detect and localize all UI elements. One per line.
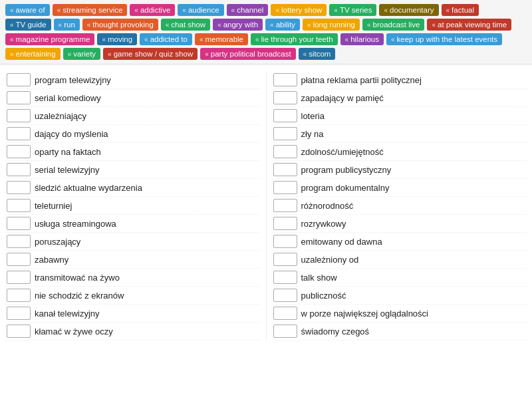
tag-12[interactable]: chat show xyxy=(161,19,210,31)
left-match-text-13: kanał telewizyjny xyxy=(35,309,100,319)
tag-14[interactable]: ability xyxy=(265,19,300,31)
tag-28[interactable]: party political broadcast xyxy=(200,48,295,60)
tag-2[interactable]: addictive xyxy=(130,4,175,16)
left-answer-box-4[interactable] xyxy=(7,145,31,158)
tag-5[interactable]: lottery show xyxy=(271,4,327,16)
right-match-text-11: talk show xyxy=(301,273,337,283)
right-answer-box-8[interactable] xyxy=(273,217,297,230)
right-match-row: publiczność xyxy=(272,287,527,305)
right-match-row: program dokumentalny xyxy=(272,179,527,197)
right-match-row: zapadający w pamięć xyxy=(272,89,527,107)
left-match-text-0: program telewizyjny xyxy=(35,75,111,85)
right-match-text-3: zły na xyxy=(301,129,324,139)
right-answer-box-3[interactable] xyxy=(273,127,297,140)
right-match-text-1: zapadający w pamięć xyxy=(301,93,384,103)
tag-9[interactable]: TV guide xyxy=(5,19,51,31)
left-answer-box-0[interactable] xyxy=(7,73,31,86)
right-match-row: loteria xyxy=(272,107,527,125)
left-match-text-10: zabawny xyxy=(35,255,68,265)
right-match-row: płatna reklama partii politycznej xyxy=(272,71,527,89)
left-answer-box-13[interactable] xyxy=(7,307,31,320)
right-answer-box-5[interactable] xyxy=(273,163,297,176)
right-match-row: w porze największej oglądalności xyxy=(272,305,527,323)
tag-20[interactable]: addicted to xyxy=(140,33,192,45)
tag-16[interactable]: broadcast live xyxy=(362,19,425,31)
tag-29[interactable]: sitcom xyxy=(299,48,336,60)
left-match-row: zabawny xyxy=(5,251,261,269)
left-match-row: serial komediowy xyxy=(5,89,261,107)
tag-11[interactable]: thought provoking xyxy=(82,19,158,31)
tag-25[interactable]: entertaining xyxy=(5,48,61,60)
left-match-row: nie schodzić z ekranów xyxy=(5,287,261,305)
left-answer-box-14[interactable] xyxy=(7,325,31,338)
right-match-row: zły na xyxy=(272,125,527,143)
left-match-text-1: serial komediowy xyxy=(35,93,101,103)
tag-6[interactable]: TV series xyxy=(329,4,376,16)
right-match-text-8: rozrywkowy xyxy=(301,219,346,229)
tag-18[interactable]: magazine programme xyxy=(5,33,94,45)
left-match-row: usługa streamingowa xyxy=(5,215,261,233)
left-match-text-4: oparty na faktach xyxy=(35,147,101,157)
tag-24[interactable]: keep up with the latest events xyxy=(386,33,502,45)
right-match-row: uzależniony od xyxy=(272,251,527,269)
left-match-text-12: nie schodzić z ekranów xyxy=(35,291,124,301)
left-answer-box-11[interactable] xyxy=(7,271,31,284)
left-match-text-5: serial telewizyjny xyxy=(35,165,100,175)
right-answer-box-12[interactable] xyxy=(273,289,297,302)
tag-1[interactable]: streaming service xyxy=(53,4,128,16)
left-answer-box-1[interactable] xyxy=(7,91,31,104)
tag-4[interactable]: channel xyxy=(227,4,269,16)
right-answer-box-11[interactable] xyxy=(273,271,297,284)
left-match-row: kanał telewizyjny xyxy=(5,305,261,323)
right-match-row: zdolność/umiejętność xyxy=(272,143,527,161)
right-match-text-13: w porze największej oglądalności xyxy=(301,309,429,319)
right-answer-box-13[interactable] xyxy=(273,307,297,320)
tag-19[interactable]: moving xyxy=(97,33,137,45)
right-match-row: talk show xyxy=(272,269,527,287)
right-answer-box-6[interactable] xyxy=(273,181,297,194)
left-match-row: dający do myślenia xyxy=(5,125,261,143)
tag-0[interactable]: aware of xyxy=(5,4,50,16)
right-answer-box-0[interactable] xyxy=(273,73,297,86)
right-answer-box-7[interactable] xyxy=(273,199,297,212)
left-answer-box-2[interactable] xyxy=(7,109,31,122)
tag-7[interactable]: documentary xyxy=(379,4,438,16)
left-answer-box-5[interactable] xyxy=(7,163,31,176)
tag-22[interactable]: lie through your teeth xyxy=(251,33,338,45)
right-match-row: świadomy czegoś xyxy=(272,323,527,340)
tag-27[interactable]: game show / quiz show xyxy=(103,48,198,60)
left-answer-box-10[interactable] xyxy=(7,253,31,266)
tag-3[interactable]: audience xyxy=(178,4,223,16)
left-answer-box-3[interactable] xyxy=(7,127,31,140)
tag-10[interactable]: run xyxy=(54,19,80,31)
left-match-row: kłamać w żywe oczy xyxy=(5,323,261,340)
left-match-text-7: teleturniej xyxy=(35,201,72,211)
right-answer-box-1[interactable] xyxy=(273,91,297,104)
tag-15[interactable]: long running xyxy=(303,19,360,31)
left-answer-box-6[interactable] xyxy=(7,181,31,194)
left-match-text-8: usługa streamingowa xyxy=(35,219,116,229)
right-answer-box-2[interactable] xyxy=(273,109,297,122)
tag-21[interactable]: memorable xyxy=(195,33,248,45)
tag-23[interactable]: hilarious xyxy=(340,33,384,45)
right-answer-box-4[interactable] xyxy=(273,145,297,158)
left-answer-box-12[interactable] xyxy=(7,289,31,302)
right-answer-box-9[interactable] xyxy=(273,235,297,248)
left-match-text-9: poruszający xyxy=(35,237,80,247)
left-match-row: serial telewizyjny xyxy=(5,161,261,179)
left-answer-box-7[interactable] xyxy=(7,199,31,212)
tag-13[interactable]: angry with xyxy=(213,19,263,31)
left-answer-box-8[interactable] xyxy=(7,217,31,230)
left-match-row: poruszający xyxy=(5,233,261,251)
right-answer-box-14[interactable] xyxy=(273,325,297,338)
tag-8[interactable]: factual xyxy=(442,4,479,16)
tag-26[interactable]: variety xyxy=(63,48,100,60)
right-match-text-14: świadomy czegoś xyxy=(301,327,370,336)
right-answer-box-10[interactable] xyxy=(273,253,297,266)
left-match-row: śledzić aktualne wydarzenia xyxy=(5,179,261,197)
right-match-text-10: uzależniony od xyxy=(301,255,359,265)
tag-17[interactable]: at peak viewing time xyxy=(427,19,511,31)
left-match-row: oparty na faktach xyxy=(5,143,261,161)
left-answer-box-9[interactable] xyxy=(7,235,31,248)
left-column: program telewizyjnyserial komediowyuzale… xyxy=(5,71,267,340)
